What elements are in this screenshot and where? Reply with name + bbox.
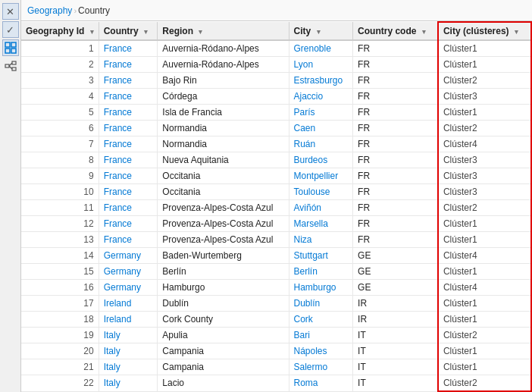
table-header-row: Geography Id ▾ Country ▾ Region ▾ City ▾: [21, 22, 531, 40]
table-row[interactable]: 5FranceIsla de FranciaParísFRClúster1: [21, 105, 531, 121]
table-row[interactable]: 13FranceProvenza-Alpes-Costa AzulNizaFRC…: [21, 232, 531, 248]
cell-country[interactable]: France: [99, 89, 158, 105]
cell-region: Nueva Aquitania: [158, 152, 289, 168]
cell-country[interactable]: Germany: [99, 280, 158, 296]
cell-geo-id: 13: [21, 232, 99, 248]
cell-city[interactable]: Caen: [289, 121, 353, 136]
cell-country[interactable]: France: [99, 40, 158, 57]
table-row[interactable]: 20ItalyCampaniaNápolesITClúster1: [21, 343, 531, 359]
table-row[interactable]: 2FranceAuvernia-Ródano-AlpesLyonFRClúste…: [21, 57, 531, 73]
col-header-city-clusters[interactable]: City (clústeres) ▾: [438, 22, 531, 40]
cell-city[interactable]: Ruán: [289, 136, 353, 152]
cell-country[interactable]: Germany: [99, 248, 158, 264]
cell-city[interactable]: Burdeos: [289, 152, 353, 168]
cell-city[interactable]: Nápoles: [289, 343, 353, 359]
cell-city[interactable]: Lyon: [289, 57, 353, 73]
cell-city[interactable]: Salermo: [289, 359, 353, 375]
cell-region: Bajo Rin: [158, 73, 289, 89]
table-row[interactable]: 9FranceOccitaniaMontpellierFRClúster3: [21, 168, 531, 184]
table-row[interactable]: 8FranceNueva AquitaniaBurdeosFRClúster3: [21, 152, 531, 168]
cell-country[interactable]: Germany: [99, 264, 158, 280]
check-icon[interactable]: ✓: [2, 21, 19, 38]
table-row[interactable]: 19ItalyApuliaBariITClúster2: [21, 328, 531, 343]
col-header-geo-id[interactable]: Geography Id ▾: [21, 22, 99, 40]
cell-city[interactable]: Bari: [289, 328, 353, 343]
breadcrumb-geography[interactable]: Geography: [27, 5, 72, 16]
col-header-city[interactable]: City ▾: [289, 22, 353, 40]
cell-country-code: IT: [353, 375, 438, 392]
cell-city-clusters: Clúster1: [438, 105, 531, 121]
cell-country[interactable]: France: [99, 168, 158, 184]
col-header-country-code[interactable]: Country code ▾: [353, 22, 438, 40]
table-row[interactable]: 6FranceNormandiaCaenFRClúster2: [21, 121, 531, 136]
cell-country-code: IR: [353, 296, 438, 312]
cell-city-clusters: Clúster3: [438, 184, 531, 200]
filter-arrow-city[interactable]: ▾: [317, 28, 321, 36]
cell-city[interactable]: Dublín: [289, 296, 353, 312]
cell-country[interactable]: Ireland: [99, 312, 158, 328]
close-icon[interactable]: ✕: [2, 3, 19, 20]
data-table-container[interactable]: Geography Id ▾ Country ▾ Region ▾ City ▾: [21, 21, 532, 392]
cell-country[interactable]: Italy: [99, 328, 158, 343]
cell-city[interactable]: Estrasburgo: [289, 73, 353, 89]
cell-city-clusters: Clúster3: [438, 152, 531, 168]
cell-city[interactable]: Grenoble: [289, 40, 353, 57]
table-row[interactable]: 17IrelandDublínDublínIRClúster1: [21, 296, 531, 312]
col-header-country[interactable]: Country ▾: [99, 22, 158, 40]
table-row[interactable]: 16GermanyHamburgoHamburgoGEClúster4: [21, 280, 531, 296]
cell-country[interactable]: France: [99, 184, 158, 200]
cell-geo-id: 5: [21, 105, 99, 121]
filter-arrow-region[interactable]: ▾: [199, 28, 202, 36]
cell-country[interactable]: France: [99, 232, 158, 248]
cell-country[interactable]: France: [99, 136, 158, 152]
cell-city[interactable]: Hamburgo: [289, 280, 353, 296]
filter-arrow-geo-id[interactable]: ▾: [90, 28, 94, 36]
filter-arrow-country[interactable]: ▾: [144, 28, 148, 36]
cell-country[interactable]: France: [99, 152, 158, 168]
col-header-region[interactable]: Region ▾: [158, 22, 289, 40]
cell-country[interactable]: France: [99, 57, 158, 73]
cell-country[interactable]: Italy: [99, 375, 158, 392]
cell-country[interactable]: Italy: [99, 343, 158, 359]
table-row[interactable]: 1FranceAuvernia-Ródano-AlpesGrenobleFRCl…: [21, 40, 531, 57]
cell-city[interactable]: Stuttgart: [289, 248, 353, 264]
cell-country[interactable]: France: [99, 200, 158, 216]
table-row[interactable]: 10FranceOccitaniaToulouseFRClúster3: [21, 184, 531, 200]
cell-city[interactable]: Berlín: [289, 264, 353, 280]
table-row[interactable]: 12FranceProvenza-Alpes-Costa AzulMarsell…: [21, 216, 531, 232]
cell-city-clusters: Clúster3: [438, 168, 531, 184]
table-row[interactable]: 4FranceCórdegaAjaccioFRClúster3: [21, 89, 531, 105]
cell-city-clusters: Clúster1: [438, 296, 531, 312]
cell-country[interactable]: France: [99, 105, 158, 121]
table-view-icon[interactable]: [2, 39, 19, 56]
filter-arrow-city-clusters[interactable]: ▾: [515, 28, 518, 36]
cell-geo-id: 17: [21, 296, 99, 312]
table-row[interactable]: 3FranceBajo RinEstrasburgoFRClúster2: [21, 73, 531, 89]
cell-country[interactable]: France: [99, 73, 158, 89]
cell-geo-id: 18: [21, 312, 99, 328]
hierarchy-icon[interactable]: [2, 58, 19, 74]
cell-country[interactable]: France: [99, 216, 158, 232]
cell-city[interactable]: Cork: [289, 312, 353, 328]
cell-city[interactable]: Niza: [289, 232, 353, 248]
cell-city[interactable]: Aviñón: [289, 200, 353, 216]
main-content: Geography › Country Geography Id ▾ Count…: [21, 0, 532, 392]
cell-city[interactable]: Roma: [289, 375, 353, 392]
table-row[interactable]: 18IrelandCork CountyCorkIRClúster1: [21, 312, 531, 328]
table-row[interactable]: 7FranceNormandiaRuánFRClúster4: [21, 136, 531, 152]
table-row[interactable]: 21ItalyCampaniaSalermoITClúster1: [21, 359, 531, 375]
cell-city[interactable]: Montpellier: [289, 168, 353, 184]
cell-country[interactable]: Italy: [99, 359, 158, 375]
cell-city[interactable]: Ajaccio: [289, 89, 353, 105]
table-row[interactable]: 14GermanyBaden-WurtembergStuttgartGEClús…: [21, 248, 531, 264]
cell-city[interactable]: París: [289, 105, 353, 121]
cell-city[interactable]: Marsella: [289, 216, 353, 232]
table-row[interactable]: 22ItalyLacioRomaITClúster2: [21, 375, 531, 392]
cell-city[interactable]: Toulouse: [289, 184, 353, 200]
table-row[interactable]: 15GermanyBerlínBerlínGEClúster1: [21, 264, 531, 280]
cell-region: Normandia: [158, 136, 289, 152]
cell-country[interactable]: France: [99, 121, 158, 136]
cell-country[interactable]: Ireland: [99, 296, 158, 312]
table-row[interactable]: 11FranceProvenza-Alpes-Costa AzulAviñónF…: [21, 200, 531, 216]
filter-arrow-country-code[interactable]: ▾: [422, 28, 426, 36]
